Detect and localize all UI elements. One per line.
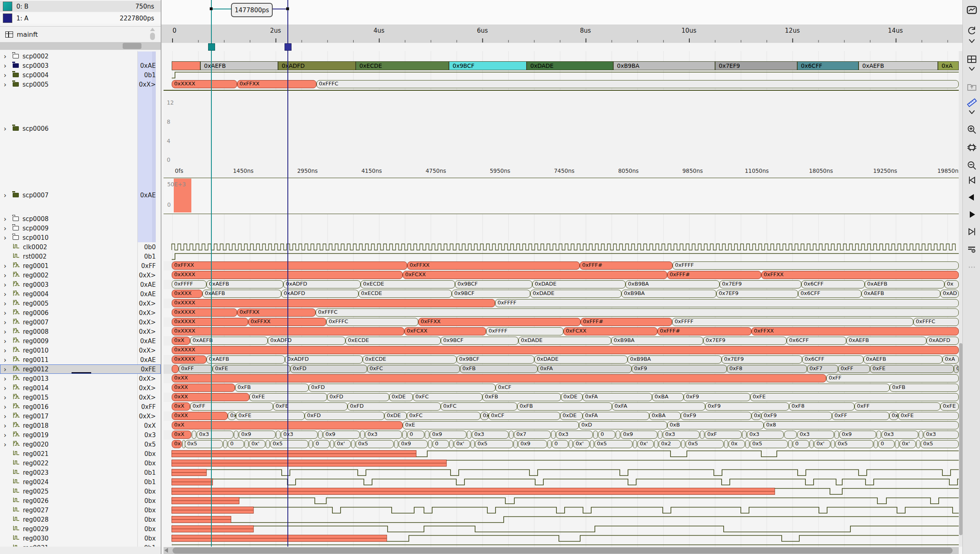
bus-value-segment[interactable]: 0xFE [870,365,954,373]
bus-value-segment[interactable]: 0xF9 [705,402,789,411]
bus-value-segment[interactable]: 0xAEFB [861,290,940,298]
bus-value-segment[interactable]: 0x2 [659,440,681,448]
bus-value-segment[interactable]: 0x5 [270,440,308,448]
bus-value-segment[interactable]: 0x6CFF [797,61,859,70]
bus-value-segment[interactable]: 0xFA [583,393,652,401]
marker-overview-b[interactable] [208,43,215,51]
bus-value-segment[interactable] [192,431,196,439]
bus-value-segment[interactable] [223,440,227,448]
bus-value-segment[interactable]: 0x9 [239,431,276,439]
bus-value-segment[interactable]: 0x5 [835,440,873,448]
bus-value-segment[interactable]: 0x3 [881,431,918,439]
bus-value-segment[interactable]: 0xFA [538,365,632,373]
bus-value-segment[interactable]: 0xFFFC [326,318,418,326]
bus-value-segment[interactable] [351,440,355,448]
wave-settings-icon[interactable] [967,244,977,255]
bus-value-segment[interactable]: 0xFFFF [486,327,563,335]
bus-value-segment[interactable]: 0x7EF9 [720,280,801,288]
bus-value-segment[interactable]: 0xB9BA [628,355,722,364]
bus-value-segment[interactable]: 0xXX [172,393,249,401]
bus-value-segment[interactable]: 0x9BCF [441,337,518,345]
bus-value-segment[interactable]: 0xXXXX [172,346,959,354]
bus-value-segment[interactable]: 0xFFXX [172,261,407,270]
more-icon[interactable] [967,263,977,274]
bus-value-segment[interactable]: 0xB [667,421,764,429]
bus-value-segment[interactable] [172,61,200,70]
bus-value-segment[interactable]: 0x6CFF [798,290,861,298]
bus-value-segment[interactable]: 0xFFXX [237,80,316,88]
bus-value-segment[interactable]: 0x5 [356,440,394,448]
bus-value-segment[interactable]: 0xDE [389,393,413,401]
bus-value-segment[interactable]: 0x6CFF [801,280,865,288]
bus-value-segment[interactable]: 0 [793,440,809,448]
bus-value-segment[interactable]: 0xDADE [518,337,611,345]
bus-value-segment[interactable]: 0xD [579,421,667,429]
bus-value-segment[interactable]: 0x9BCF [457,355,534,364]
cursor-delta-label[interactable]: 1477800ps [231,3,273,17]
bus-value-segment[interactable]: 0xAEFB [863,355,942,364]
bus-value-segment[interactable]: 0xAEFB [206,355,285,364]
bus-value-segment[interactable] [877,431,881,439]
grid-view-icon[interactable] [967,54,977,65]
bus-value-segment[interactable]: 0x8 [764,421,959,429]
bus-value-segment[interactable] [244,440,249,448]
bus-value-segment[interactable]: 0xFFFF [673,261,959,270]
bus-value-segment[interactable]: 0xA [938,61,959,70]
bus-value-segment[interactable] [593,431,598,439]
bus-value-segment[interactable]: 0xFE [898,412,959,420]
bus-value-segment[interactable]: 0xFD [309,384,496,392]
bus-value-segment[interactable] [834,431,839,439]
bus-value-segment[interactable]: 0x6CFF [787,337,846,345]
bus-value-segment[interactable]: 0xFF [179,365,213,373]
bus-value-segment[interactable]: 0x [944,280,959,288]
bus-value-segment[interactable] [788,440,792,448]
bus-value-segment[interactable]: 0xFE [236,412,305,420]
bus-value-segment[interactable]: 0xFD [348,402,441,411]
bus-value-segment[interactable]: 0xAEFB [846,337,926,345]
bus-value-segment[interactable]: 0 [228,440,244,448]
bus-value-segment[interactable]: 0xFB [235,384,309,392]
bus-value-segment[interactable]: 0x9BCF [449,61,527,70]
bus-value-segment[interactable]: 0xFFF# [657,327,751,335]
bus-value-segment[interactable]: 0xFC [367,365,460,373]
bus-value-segment[interactable] [810,440,814,448]
bus-value-segment[interactable] [590,440,594,448]
bus-value-segment[interactable]: 0xXX [172,374,826,382]
bus-value-segment[interactable] [919,431,923,439]
bus-value-segment[interactable]: 0x9BCF [455,280,532,288]
bus-value-segment[interactable]: 0xFB [517,402,612,411]
bus-value-segment[interactable] [700,431,704,439]
bus-value-segment[interactable]: 0 [878,440,895,448]
bus-value-segment[interactable]: 0xADFD [283,280,361,288]
bus-value-segment[interactable]: 0xFCXX [404,327,486,335]
bus-value-segment[interactable]: 0x3 [365,431,402,439]
bus-value-segment[interactable] [394,440,398,448]
bus-value-segment[interactable]: 0x3 [556,431,593,439]
chevron-down-icon[interactable] [967,109,977,119]
zoom-in-icon[interactable] [967,124,977,135]
bus-value-segment[interactable]: 0xFB [460,365,538,373]
bus-value-segment[interactable]: 0xBA [649,412,681,420]
bus-value-segment[interactable]: 0xF8 [727,365,807,373]
bus-value-segment[interactable]: 0xFE [249,393,327,401]
scroll-left-icon[interactable] [164,548,168,553]
bus-value-segment[interactable]: 0xX [172,431,191,439]
bus-value-segment[interactable]: 0x9 [323,431,360,439]
bus-value-segment[interactable]: 0xXXXX [172,355,206,364]
bus-value-segment[interactable] [467,431,471,439]
bus-value-segment[interactable] [569,440,573,448]
bus-value-segment[interactable]: 0x3 [797,431,834,439]
bus-value-segment[interactable]: 0xAEFB [200,61,278,70]
wave-hscrollbar[interactable] [164,547,959,554]
bus-value-segment[interactable]: 0xFE [213,365,290,373]
bus-value-segment[interactable]: 0xFF [826,374,959,382]
bus-value-segment[interactable]: 0xFD [305,412,384,420]
bus-value-segment[interactable]: 0xDE [560,412,583,420]
wave-hscroll-thumb[interactable] [173,547,953,554]
bus-value-segment[interactable]: 0x [889,412,898,420]
bus-value-segment[interactable]: 0x' [454,440,470,448]
bus-value-segment[interactable] [471,440,475,448]
bus-value-segment[interactable]: 0x [480,412,489,420]
bus-value-segment[interactable]: 0xFB [482,393,561,401]
bus-value-segment[interactable]: 0x3 [663,431,700,439]
